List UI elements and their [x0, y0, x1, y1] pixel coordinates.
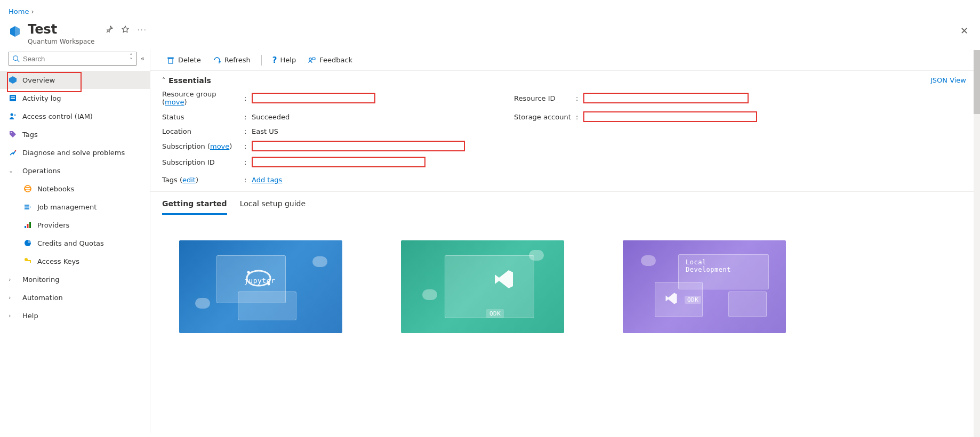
location-value: East US: [252, 127, 278, 135]
tab-bar: Getting started Local setup guide: [150, 192, 980, 215]
svg-point-6: [14, 114, 16, 116]
svg-rect-13: [25, 208, 29, 209]
pin-icon[interactable]: [105, 25, 114, 35]
main-content: Delete Refresh ? Help Feedback ˄ Essenti…: [150, 50, 980, 433]
access-control-icon: [9, 112, 17, 120]
delete-button[interactable]: Delete: [162, 54, 205, 67]
card-jupyter-notebooks[interactable]: jupyter: [179, 240, 342, 333]
job-management-icon: [23, 203, 32, 211]
essentials-toggle[interactable]: ˄ Essentials: [162, 76, 968, 85]
svg-line-1: [18, 60, 20, 62]
vscode-small-icon: [664, 292, 678, 305]
feedback-icon: [308, 56, 316, 64]
sidebar-label: Activity log: [22, 94, 61, 102]
sidebar-item-overview[interactable]: Overview: [0, 71, 150, 89]
help-button[interactable]: ? Help: [268, 53, 300, 67]
tab-local-setup-guide[interactable]: Local setup guide: [240, 199, 306, 215]
sidebar-label: Help: [22, 312, 38, 320]
command-bar: Delete Refresh ? Help Feedback: [150, 50, 980, 71]
svg-rect-3: [11, 96, 15, 97]
svg-rect-24: [312, 58, 315, 60]
close-icon[interactable]: ✕: [960, 25, 968, 36]
sidebar-group-automation[interactable]: › Automation: [0, 288, 150, 306]
sidebar-item-access-control[interactable]: Access control (IAM): [0, 107, 150, 125]
development-label: Development: [686, 266, 731, 273]
redacted-subscription-id-value: [252, 157, 425, 167]
sidebar-label: Job management: [37, 203, 97, 211]
sidebar-group-operations[interactable]: ⌄ Operations: [0, 161, 150, 180]
feedback-button[interactable]: Feedback: [303, 54, 357, 67]
qdk-label: QDK: [486, 309, 504, 318]
sidebar-label: Access Keys: [37, 257, 79, 265]
chevron-right-icon: ›: [31, 7, 34, 15]
breadcrumb-home-link[interactable]: Home: [9, 7, 29, 15]
svg-point-10: [25, 188, 31, 190]
expand-chevrons-icon[interactable]: ˄˅: [130, 54, 133, 63]
sidebar-label: Monitoring: [22, 276, 60, 284]
credits-quotas-icon: [23, 239, 32, 247]
move-subscription-link[interactable]: move: [210, 142, 229, 150]
vscode-icon: [493, 268, 515, 290]
sidebar-item-credits-quotas[interactable]: Credits and Quotas: [0, 234, 150, 252]
add-tags-link[interactable]: Add tags: [252, 176, 282, 184]
more-ellipsis-icon[interactable]: ···: [137, 26, 147, 34]
search-field[interactable]: [23, 55, 126, 63]
sidebar-label: Providers: [37, 221, 69, 229]
page-title: Test: [28, 22, 94, 37]
separator: [261, 55, 262, 66]
json-view-link[interactable]: JSON View: [930, 76, 966, 84]
card-vscode-qdk[interactable]: QDK: [401, 240, 564, 333]
chevron-right-icon: ›: [9, 312, 16, 319]
svg-rect-15: [27, 224, 29, 228]
sidebar-label: Diagnose and solve problems: [22, 149, 125, 157]
tab-getting-started[interactable]: Getting started: [162, 199, 227, 215]
diagnose-icon: [9, 148, 17, 157]
collapse-sidebar-icon[interactable]: «: [141, 55, 144, 62]
quantum-workspace-icon: [9, 25, 21, 38]
card-local-development[interactable]: Local Development QDK: [623, 240, 786, 333]
sidebar-group-help[interactable]: › Help: [0, 306, 150, 325]
svg-point-8: [15, 150, 17, 152]
page-header: Test Quantum Workspace ··· ✕: [0, 20, 980, 50]
breadcrumb: Home ›: [0, 0, 980, 20]
status-value: Succeeded: [252, 113, 290, 121]
chevron-right-icon: ›: [9, 294, 16, 301]
favorite-star-icon[interactable]: [121, 25, 130, 35]
sidebar-label: Credits and Quotas: [37, 239, 104, 247]
redacted-resource-group-value: [252, 93, 375, 103]
sidebar-item-providers[interactable]: Providers: [0, 216, 150, 234]
sidebar-label: Access control (IAM): [22, 112, 93, 120]
essentials-title: Essentials: [168, 76, 211, 85]
sidebar-item-notebooks[interactable]: Notebooks: [0, 180, 150, 198]
sidebar-item-diagnose[interactable]: Diagnose and solve problems: [0, 143, 150, 161]
providers-icon: [23, 221, 32, 229]
jupyter-label: jupyter: [244, 277, 275, 285]
sidebar-search-input[interactable]: ˄˅: [9, 52, 136, 66]
svg-point-9: [25, 185, 31, 192]
sidebar-item-activity-log[interactable]: Activity log: [0, 89, 150, 107]
svg-point-26: [247, 271, 250, 274]
edit-tags-link[interactable]: edit: [182, 176, 196, 184]
tags-icon: [9, 130, 17, 139]
local-label: Local: [686, 258, 706, 266]
overview-icon: [9, 76, 17, 84]
svg-rect-14: [25, 226, 26, 228]
sidebar-group-monitoring[interactable]: › Monitoring: [0, 270, 150, 288]
qdk-small-label: QDK: [685, 296, 701, 304]
move-resource-group-link[interactable]: move: [165, 98, 184, 106]
scrollbar-thumb[interactable]: [974, 50, 980, 114]
activity-log-icon: [9, 94, 17, 102]
scrollbar[interactable]: [974, 50, 980, 437]
refresh-button[interactable]: Refresh: [208, 54, 255, 67]
chevron-right-icon: ›: [9, 276, 16, 283]
svg-point-7: [11, 132, 12, 133]
prop-resource-group: Resource group (move) :: [162, 90, 503, 106]
sidebar-label: Operations: [22, 167, 60, 175]
prop-status: Status : Succeeded: [162, 111, 503, 122]
sidebar-item-job-management[interactable]: Job management: [0, 198, 150, 216]
sidebar-item-access-keys[interactable]: Access Keys: [0, 252, 150, 270]
sidebar-item-tags[interactable]: Tags: [0, 125, 150, 143]
prop-location: Location : East US: [162, 127, 503, 135]
prop-subscription: Subscription (move) :: [162, 141, 503, 151]
svg-rect-22: [168, 58, 173, 59]
